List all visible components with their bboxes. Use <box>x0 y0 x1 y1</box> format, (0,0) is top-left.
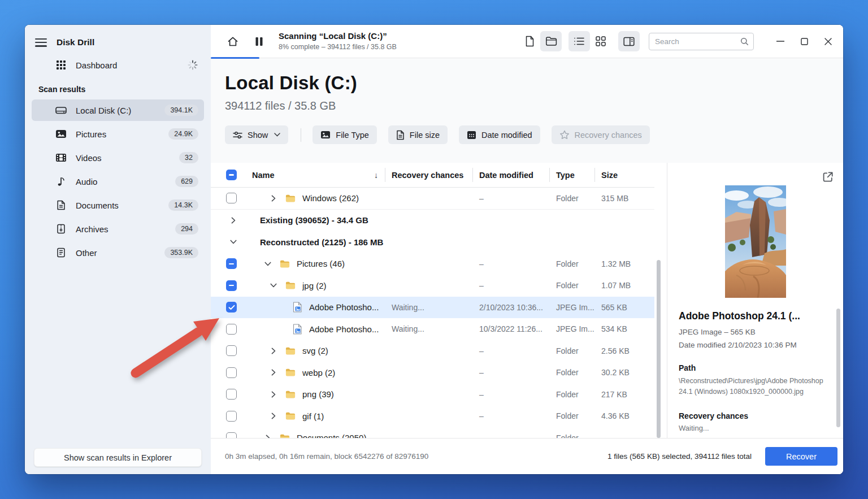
type-cell: Folder <box>549 259 594 268</box>
other-icon <box>55 247 67 258</box>
checkbox[interactable] <box>226 367 237 378</box>
checkbox[interactable] <box>226 389 237 400</box>
maximize-button[interactable] <box>792 30 816 53</box>
table-row[interactable]: webp (2) – Folder 30.2 KB <box>211 362 654 384</box>
recovery-chances-label: Recovery chances <box>679 411 832 420</box>
image-file-icon <box>292 324 302 334</box>
checkbox[interactable] <box>226 432 237 438</box>
table-row[interactable]: Documents (2050) – Folder <box>211 427 654 439</box>
table-header: Name ↓ Recovery chances Date modified Ty… <box>211 163 654 188</box>
file-name: Pictures (46) <box>297 259 345 268</box>
recovery-chances-cell: Waiting... <box>385 324 472 333</box>
filter-recovery-chances-button[interactable]: Recovery chances <box>552 125 650 144</box>
sidebar-item-videos[interactable]: Videos 32 <box>32 147 204 168</box>
sidebar-item-documents[interactable]: Documents 14.3K <box>32 194 204 216</box>
sidebar-item-label: Archives <box>76 224 175 234</box>
chevron-right-icon[interactable] <box>270 348 277 354</box>
chevron-down-icon[interactable] <box>264 262 272 266</box>
filter-file-type-button[interactable]: File Type <box>313 125 377 144</box>
chevron-down-icon[interactable] <box>229 240 237 244</box>
list-view-icon[interactable] <box>568 31 590 51</box>
sidebar-item-label: Other <box>76 248 164 258</box>
sidebar-item-audio[interactable]: Audio 629 <box>32 171 204 192</box>
search-input[interactable] <box>655 37 740 46</box>
date-modified-cell: – <box>472 433 549 438</box>
table-row[interactable]: jpg (2) – Folder 1.07 MB <box>211 275 654 297</box>
status-bar: 0h 3m elapsed, 0h 16m remain, block 6542… <box>211 438 843 474</box>
chevron-right-icon[interactable] <box>264 435 272 438</box>
sort-descending-icon[interactable]: ↓ <box>374 171 378 180</box>
pause-scan-button[interactable] <box>248 31 270 51</box>
chevron-down-icon <box>274 133 280 137</box>
table-row[interactable]: Windows (262) – Folder 315 MB <box>211 188 654 210</box>
show-filter-button[interactable]: Show <box>225 125 288 144</box>
column-header-name[interactable]: Name ↓ <box>240 163 385 187</box>
show-in-explorer-button[interactable]: Show scan results in Explorer <box>34 448 202 467</box>
grid-view-icon[interactable] <box>590 31 611 51</box>
hamburger-menu-icon[interactable] <box>35 38 47 47</box>
count-badge: 14.3K <box>168 199 198 211</box>
table-row[interactable]: Adobe Photosho... Waiting... 10/3/2022 1… <box>211 318 654 340</box>
table-group-row[interactable]: Existing (390652) - 34.4 GB <box>211 210 654 232</box>
table-row[interactable]: png (39) – Folder 217 KB <box>211 384 654 406</box>
checkbox[interactable] <box>226 324 237 335</box>
minimize-button[interactable] <box>769 30 792 53</box>
checkbox[interactable] <box>226 280 237 291</box>
sidebar-item-label: Documents <box>76 201 168 210</box>
chevron-right-icon[interactable] <box>270 195 277 202</box>
size-cell: 1.32 MB <box>594 259 654 268</box>
sidebar-item-pictures[interactable]: Pictures 24.9K <box>32 123 204 145</box>
sidebar: Disk Drill Dashboard Scan results Local … <box>25 25 211 474</box>
chevron-right-icon[interactable] <box>270 413 277 419</box>
folder-icon <box>285 193 296 203</box>
recovery-chances-value: Waiting... <box>679 424 832 432</box>
preview-file-title: Adobe Photoshop 24.1 (... <box>679 310 832 322</box>
sidebar-item-local-disk-c[interactable]: Local Disk (C:) 394.1K <box>32 99 204 121</box>
size-cell: 1.07 MB <box>594 281 654 290</box>
chevron-right-icon[interactable] <box>270 391 277 398</box>
drive-icon <box>55 105 67 116</box>
home-button[interactable] <box>222 31 244 51</box>
column-header-type[interactable]: Type <box>549 163 594 187</box>
close-button[interactable] <box>816 30 840 53</box>
filter-file-size-button[interactable]: File size <box>388 125 448 144</box>
scan-status: Scanning “Local Disk (C:)” 8% complete –… <box>279 31 397 51</box>
sidebar-item-other[interactable]: Other 353.9K <box>32 242 204 263</box>
preview-panel-toggle-icon[interactable] <box>618 31 640 51</box>
table-row[interactable]: svg (2) – Folder 2.56 KB <box>211 340 654 362</box>
checkbox[interactable] <box>226 411 237 422</box>
dashboard-label: Dashboard <box>76 60 187 70</box>
column-header-date-modified[interactable]: Date modified <box>472 163 549 187</box>
column-header-recovery-chances[interactable]: Recovery chances <box>385 163 472 187</box>
table-row[interactable]: Adobe Photosho... Waiting... 2/10/2023 1… <box>211 297 654 319</box>
filter-date-modified-button[interactable]: Date modified <box>459 125 540 144</box>
checkbox[interactable] <box>226 345 237 356</box>
chevron-down-icon[interactable] <box>270 283 277 288</box>
group-row-label: Existing (390652) - 34.4 GB <box>260 215 368 225</box>
sidebar-item-dashboard[interactable]: Dashboard <box>32 55 204 75</box>
panel-scrollbar[interactable] <box>836 309 840 427</box>
table-row[interactable]: Pictures (46) – Folder 1.32 MB <box>211 253 654 275</box>
table-row[interactable]: gif (1) – Folder 4.36 KB <box>211 405 654 427</box>
open-external-icon[interactable] <box>819 168 836 185</box>
checkbox[interactable] <box>226 193 237 203</box>
table-scrollbar[interactable] <box>657 260 661 438</box>
recover-button[interactable]: Recover <box>765 447 837 466</box>
sidebar-item-archives[interactable]: Archives 294 <box>32 218 204 240</box>
checkbox[interactable] <box>226 258 237 269</box>
chevron-right-icon[interactable] <box>270 369 277 376</box>
scan-progress-text: 0h 3m elapsed, 0h 16m remain, block 6542… <box>225 452 428 461</box>
table-group-row[interactable]: Reconstructed (2125) - 186 MB <box>211 231 654 253</box>
column-header-size[interactable]: Size <box>594 163 654 187</box>
file-name: Adobe Photosho... <box>309 324 379 334</box>
open-folder-icon[interactable] <box>540 31 562 51</box>
type-cell: JPEG Im... <box>549 324 594 333</box>
file-preview-image[interactable] <box>725 185 786 298</box>
chevron-right-icon[interactable] <box>229 217 237 224</box>
select-all-checkbox[interactable] <box>226 170 237 180</box>
sliders-icon <box>233 131 242 139</box>
new-file-icon[interactable] <box>519 31 540 51</box>
app-title: Disk Drill <box>57 37 94 47</box>
folder-icon <box>285 389 296 400</box>
checkbox[interactable] <box>226 302 237 313</box>
